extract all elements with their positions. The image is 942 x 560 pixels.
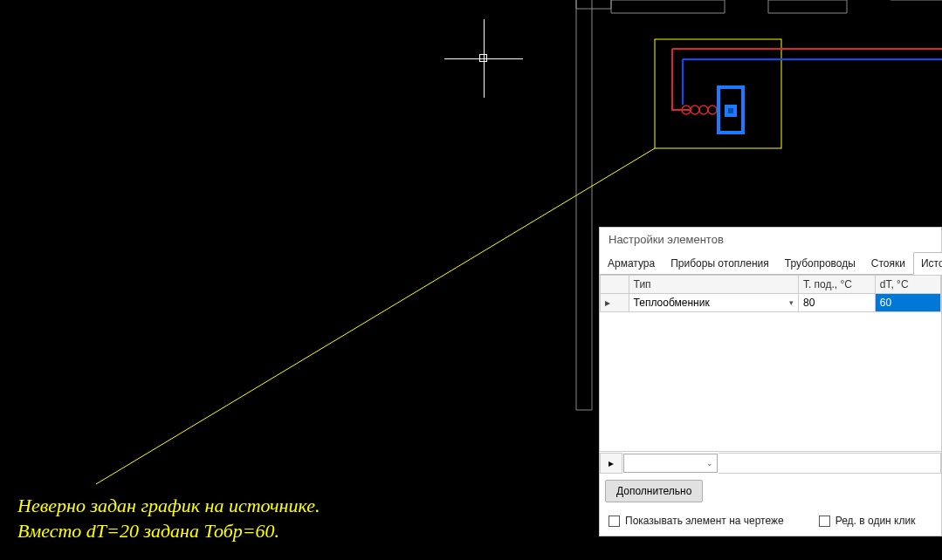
tab-istochniki[interactable]: Источники	[913, 252, 942, 275]
chevron-down-icon[interactable]: ▾	[786, 298, 794, 307]
tab-armatura[interactable]: Арматура	[600, 252, 663, 275]
cell-t-pod[interactable]: 80	[798, 294, 875, 312]
new-row-indicator: ▸	[600, 453, 622, 474]
row-indicator: ▸	[601, 294, 629, 312]
sources-table: Тип Т. под., °C dT, °C ▸ Теплообменник ▾…	[600, 275, 941, 312]
show-on-drawing-checkbox[interactable]: Показывать элемент на чертеже	[609, 515, 784, 527]
panel-title: Настройки элементов	[600, 228, 941, 251]
tab-pribory[interactable]: Приборы отопления	[663, 252, 777, 275]
annotation-text: Неверно задан график на источнике. Вмест…	[17, 493, 320, 544]
checkbox-icon	[819, 516, 830, 527]
tabs: Арматура Приборы отопления Трубопроводы …	[600, 251, 941, 275]
svg-rect-3	[655, 39, 781, 148]
new-row-rest[interactable]	[719, 453, 941, 474]
cell-dt[interactable]: 60	[875, 294, 940, 312]
tab-truboprovody[interactable]: Трубопроводы	[777, 252, 863, 275]
svg-point-6	[691, 106, 699, 114]
chevron-down-icon[interactable]: ⌄	[703, 459, 717, 468]
grid-empty-area[interactable]	[600, 312, 941, 451]
tab-stoyaki[interactable]: Стояки	[863, 252, 913, 275]
button-row: Дополнительно	[600, 475, 941, 508]
svg-rect-11	[728, 108, 733, 113]
row-pointer-icon: ▸	[605, 297, 610, 309]
cell-type[interactable]: Теплообменник ▾	[629, 294, 798, 312]
new-row-type-combo[interactable]: ⌄	[623, 454, 718, 473]
new-row[interactable]: ▸ ⌄	[600, 451, 941, 475]
svg-point-5	[682, 106, 691, 114]
col-rowhead	[601, 276, 629, 294]
col-dt[interactable]: dT, °C	[875, 276, 940, 294]
grid-area: Тип Т. под., °C dT, °C ▸ Теплообменник ▾…	[600, 275, 941, 536]
svg-line-4	[96, 148, 655, 484]
additional-button[interactable]: Дополнительно	[605, 480, 703, 502]
svg-rect-10	[725, 105, 737, 117]
check-row: Показывать элемент на чертеже Ред. в оди…	[600, 508, 941, 536]
checkbox-icon	[609, 516, 620, 527]
cell-type-value: Теплообменник	[634, 297, 710, 309]
edit-one-click-label: Ред. в один клик	[835, 515, 916, 527]
svg-point-7	[699, 106, 708, 114]
edit-one-click-checkbox[interactable]: Ред. в один клик	[819, 515, 916, 527]
col-t-pod[interactable]: Т. под., °C	[798, 276, 875, 294]
show-on-drawing-label: Показывать элемент на чертеже	[625, 515, 784, 527]
settings-panel: Настройки элементов Арматура Приборы ото…	[599, 227, 942, 536]
svg-rect-9	[719, 87, 743, 133]
table-row[interactable]: ▸ Теплообменник ▾ 80 60	[601, 294, 941, 312]
annotation-line-2: Вместо dT=20 задана Тобр=60.	[17, 520, 279, 542]
svg-point-8	[708, 106, 717, 114]
col-type[interactable]: Тип	[629, 276, 798, 294]
annotation-line-1: Неверно задан график на источнике.	[17, 495, 320, 516]
